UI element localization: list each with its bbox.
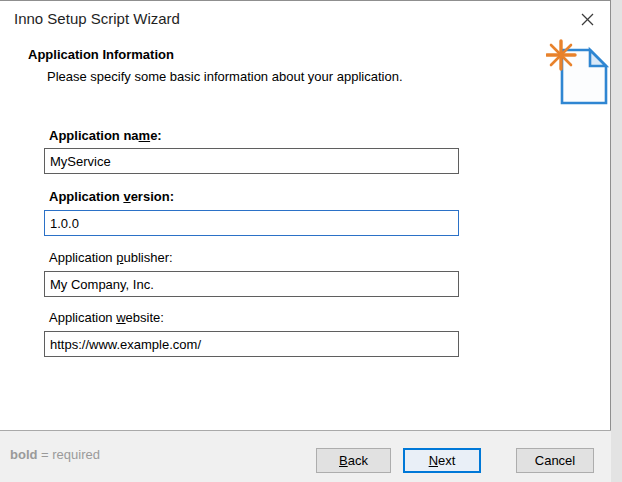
- next-button[interactable]: Next: [403, 448, 481, 473]
- button-label: ext: [438, 453, 455, 468]
- accelerator-char: B: [339, 453, 348, 468]
- screenshot-stage: Inno Setup Script Wizard Application Inf…: [0, 0, 622, 482]
- title-bar: Inno Setup Script Wizard: [0, 1, 610, 37]
- application-name-label: Application name:: [49, 128, 162, 143]
- label-text: Application: [49, 310, 116, 325]
- label-text: e:: [150, 128, 162, 143]
- label-text: Application: [49, 250, 116, 265]
- cancel-button[interactable]: Cancel: [516, 448, 594, 473]
- new-script-file-icon: [546, 39, 610, 107]
- application-publisher-input[interactable]: [44, 271, 459, 297]
- close-icon: [581, 13, 594, 26]
- accelerator-char: N: [429, 453, 438, 468]
- application-website-label: Application website:: [49, 310, 164, 325]
- button-label: ack: [348, 453, 368, 468]
- application-publisher-label: Application publisher:: [49, 250, 173, 265]
- back-button[interactable]: Back: [316, 448, 391, 473]
- page-subtitle: Please specify some basic information ab…: [47, 69, 403, 84]
- label-text: ublisher:: [123, 250, 172, 265]
- application-website-input[interactable]: [44, 331, 459, 357]
- label-text: ersion:: [131, 189, 174, 204]
- application-version-input[interactable]: [44, 210, 459, 236]
- bold-required-note: bold = required: [10, 447, 100, 462]
- note-bold-part: bold: [10, 447, 37, 462]
- window-title: Inno Setup Script Wizard: [14, 10, 180, 27]
- label-text: Application: [49, 189, 123, 204]
- label-text: ebsite:: [126, 310, 164, 325]
- footer-bar: bold = required Back Next Cancel: [0, 430, 611, 482]
- accelerator-char: v: [123, 189, 130, 204]
- close-button[interactable]: [572, 5, 602, 33]
- page-title: Application Information: [28, 47, 174, 62]
- application-version-label: Application version:: [49, 189, 174, 204]
- application-name-input[interactable]: [44, 148, 459, 174]
- button-label: Cancel: [535, 453, 575, 468]
- wizard-window: Inno Setup Script Wizard Application Inf…: [0, 0, 611, 482]
- accelerator-char: w: [116, 310, 125, 325]
- accelerator-char: m: [139, 128, 151, 143]
- window-edge-shadow: [611, 0, 622, 482]
- label-text: Application na: [49, 128, 139, 143]
- note-rest-part: = required: [37, 447, 100, 462]
